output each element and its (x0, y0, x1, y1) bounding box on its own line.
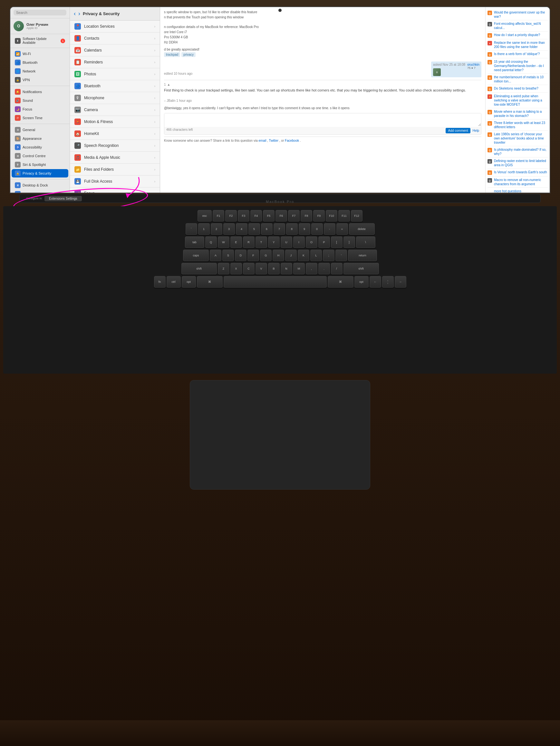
so-right-item-8[interactable]: Q Do Skeletons need to breathe? (487, 85, 548, 93)
key-6[interactable]: 6 (261, 223, 273, 235)
key-3[interactable]: 3 (223, 223, 235, 235)
so-right-item-1[interactable]: Q Would the government cover up the war? (487, 9, 548, 20)
key-f3[interactable]: F3 (238, 210, 249, 222)
key-5[interactable]: 5 (248, 223, 260, 235)
sidebar-item-displays[interactable]: 🖥 Displays (11, 190, 68, 193)
so-right-item-11[interactable]: Q Three 8-letter words with at least 23 … (487, 119, 548, 131)
privacy-item-photos[interactable]: 🖼 Photos › (70, 68, 160, 80)
key-space[interactable] (224, 276, 327, 288)
key-tab[interactable]: tab (185, 236, 204, 248)
sidebar-item-control-centre[interactable]: ⊞ Control Centre (11, 152, 68, 160)
privacy-item-speech[interactable]: 🎤 Speech Recognition › (70, 140, 160, 152)
so-right-item-6[interactable]: Q 15 year old crossing the Germany/Nethe… (487, 58, 548, 74)
key-lbracket[interactable]: [ (331, 236, 342, 248)
key-esc[interactable]: esc (197, 210, 212, 222)
privacy-item-microphone[interactable]: 🎙 Microphone › (70, 92, 160, 104)
key-delete[interactable]: delete (349, 223, 375, 235)
sidebar-item-screentime[interactable]: ⏱ Screen Time (11, 114, 68, 122)
key-h[interactable]: H (273, 250, 284, 261)
sidebar-item-general[interactable]: ⚙ General (11, 125, 68, 134)
sidebar-item-sound[interactable]: 🔊 Sound (11, 96, 68, 105)
sidebar-item-desktop-dock[interactable]: 🖥 Desktop & Dock (11, 181, 68, 190)
share-email[interactable]: email (259, 139, 267, 142)
key-f2[interactable]: F2 (225, 210, 237, 222)
so-right-item-14[interactable]: {} Defining raster extent to limit label… (487, 157, 548, 169)
key-s[interactable]: S (222, 250, 234, 261)
key-period[interactable]: . (318, 263, 330, 275)
so-right-item-5[interactable]: Q Is there a verb form of 'oblique'? (487, 51, 548, 58)
privacy-item-contacts[interactable]: 👤 Contacts › (70, 32, 160, 45)
key-u[interactable]: U (281, 236, 292, 248)
key-r[interactable]: R (243, 236, 255, 248)
privacy-item-calendars[interactable]: 📅 Calendars › (70, 45, 160, 56)
question-username[interactable]: oruchkin (467, 63, 479, 66)
privacy-item-focus2[interactable]: 🌙 Focus › (70, 188, 160, 193)
key-9[interactable]: 9 (299, 223, 310, 235)
key-t[interactable]: T (255, 236, 267, 248)
touchbar-extensions-button[interactable]: Extensions Settings (45, 196, 82, 201)
sidebar-item-privacy-security[interactable]: 🔒 Privacy & Security (11, 169, 68, 177)
key-d[interactable]: D (235, 250, 247, 261)
key-quote[interactable]: ' (335, 250, 347, 261)
key-l[interactable]: L (310, 250, 322, 261)
key-0[interactable]: 0 (311, 223, 323, 235)
key-y[interactable]: Y (268, 236, 280, 248)
key-f9[interactable]: F9 (313, 210, 325, 222)
key-1[interactable]: 1 (198, 223, 210, 235)
key-caps[interactable]: caps (183, 250, 209, 261)
key-v[interactable]: V (255, 263, 267, 275)
key-minus[interactable]: - (324, 223, 335, 235)
key-2[interactable]: 2 (211, 223, 222, 235)
share-facebook[interactable]: Facebook (285, 139, 299, 142)
key-f8[interactable]: F8 (301, 210, 312, 222)
sidebar-item-focus[interactable]: 🌙 Focus (11, 105, 68, 113)
key-fn[interactable]: fn (154, 276, 166, 288)
key-f7[interactable]: F7 (288, 210, 300, 222)
so-right-item-15[interactable]: Q Is Venus' north towards Earth's south (487, 169, 548, 176)
key-o[interactable]: O (306, 236, 317, 248)
key-b[interactable]: B (268, 263, 280, 275)
sidebar-user-section[interactable]: О Олег Ручкин Apple ID (10, 18, 69, 34)
key-e[interactable]: E (230, 236, 242, 248)
privacy-item-fulldisk[interactable]: 💾 Full Disk Access › (70, 176, 160, 188)
so-right-item-10[interactable]: Q Movie where a man is talking to a para… (487, 108, 548, 119)
key-shift-right[interactable]: shift (343, 263, 379, 275)
key-7[interactable]: 7 (274, 223, 285, 235)
sidebar-item-bluetooth[interactable]: 🔵 Bluetooth (11, 58, 68, 67)
privacy-item-reminders[interactable]: 📋 Reminders › (70, 56, 160, 68)
key-g[interactable]: G (260, 250, 272, 261)
key-f[interactable]: F (248, 250, 259, 261)
privacy-item-homekit[interactable]: 🏠 HomeKit › (70, 128, 160, 140)
key-m[interactable]: M (293, 263, 305, 275)
trackpad[interactable] (190, 380, 370, 490)
key-f1[interactable]: F1 (213, 210, 224, 222)
key-command-left[interactable]: ⌘ (197, 276, 223, 288)
key-backslash[interactable]: \ (356, 236, 375, 248)
key-arrow-up-down[interactable]: ↑ ↓ (382, 276, 394, 288)
privacy-item-location[interactable]: 📍 Location Services › (70, 21, 160, 32)
key-8[interactable]: 8 (286, 223, 298, 235)
so-right-item-13[interactable]: Q Is philosophy male-dominated? If so, w… (487, 146, 548, 157)
key-z[interactable]: Z (218, 263, 229, 275)
privacy-item-media[interactable]: 🎵 Media & Apple Music › (70, 152, 160, 164)
key-shift-left[interactable]: shift (181, 263, 217, 275)
so-right-text-more[interactable]: more hot questions (494, 189, 521, 193)
key-return[interactable]: return (348, 250, 377, 261)
key-j[interactable]: J (285, 250, 297, 261)
key-k[interactable]: K (298, 250, 309, 261)
key-f6[interactable]: F6 (276, 210, 287, 222)
vote-arrow-up[interactable]: ▲ (167, 83, 170, 86)
privacy-item-bluetooth[interactable]: 🔵 Bluetooth › (70, 80, 160, 92)
so-right-item-12[interactable]: Q Late 1980s series of 'choose your own … (487, 131, 548, 146)
key-arrow-right[interactable]: → (395, 276, 406, 288)
so-right-item-2[interactable]: {} Font encoding affects \box_wd:N calcu… (487, 20, 548, 32)
key-c[interactable]: C (243, 263, 255, 275)
key-slash[interactable]: / (331, 263, 342, 275)
so-right-item-3[interactable]: Q How do I start a priority dispute? (487, 32, 548, 39)
so-right-item-9[interactable]: ⚡ Eliminating a weird pulse when switchi… (487, 93, 548, 108)
key-f4[interactable]: F4 (250, 210, 262, 222)
share-twitter[interactable]: Twitter (269, 139, 278, 142)
privacy-item-files[interactable]: 📁 Files and Folders › (70, 164, 160, 176)
back-button[interactable]: ‹ (74, 10, 76, 17)
sidebar-item-wifi[interactable]: 📶 Wi-Fi (11, 50, 68, 58)
